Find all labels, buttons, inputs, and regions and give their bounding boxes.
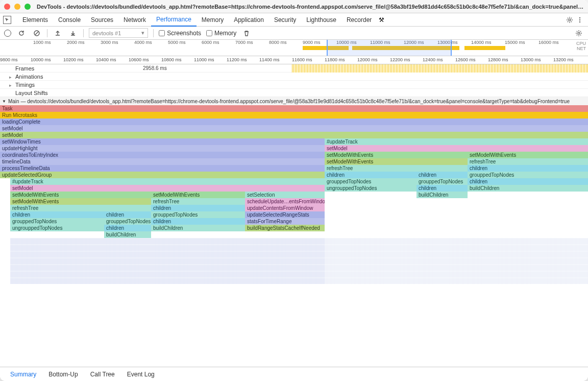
flame-block[interactable]: timelineData bbox=[0, 158, 325, 165]
flame-block[interactable]: children bbox=[416, 172, 468, 178]
tab-memory[interactable]: Memory bbox=[197, 13, 229, 27]
tab-console[interactable]: Console bbox=[53, 13, 86, 27]
flame-block[interactable]: refreshTree bbox=[468, 158, 588, 165]
svg-point-2 bbox=[579, 19, 580, 20]
flame-chart[interactable]: Task Run Microtasks loadingComplete setM… bbox=[0, 105, 588, 284]
flame-block[interactable]: ungrouppedTopNodes bbox=[10, 225, 104, 231]
flame-block[interactable]: setSelection bbox=[245, 192, 325, 198]
flame-block[interactable]: children bbox=[10, 211, 104, 218]
recording-selector[interactable]: devtools #1▾ bbox=[89, 28, 148, 38]
flame-block[interactable]: children bbox=[416, 185, 468, 192]
settings-icon[interactable] bbox=[565, 15, 575, 25]
flame-block[interactable]: setModelWithEvents bbox=[468, 152, 588, 158]
flame-block[interactable]: setModelWithEvents bbox=[325, 158, 468, 165]
flame-block[interactable]: updateContentsFromWindow bbox=[245, 205, 325, 211]
flame-block[interactable]: refreshTree bbox=[10, 205, 151, 211]
inspect-icon[interactable] bbox=[3, 16, 11, 24]
flame-block[interactable]: setModelWithEvents bbox=[325, 152, 468, 158]
flame-block[interactable]: updateSelectedGroup bbox=[0, 172, 325, 178]
tab-call-tree[interactable]: Call Tree bbox=[84, 367, 121, 382]
flame-block[interactable]: setModel bbox=[0, 132, 588, 138]
svg-point-0 bbox=[569, 19, 571, 21]
track-timings[interactable]: ▸Timings bbox=[0, 81, 588, 89]
timeline-ruler[interactable]: 9800 ms 10000 ms 10200 ms 10400 ms 10600… bbox=[0, 56, 588, 64]
flame-block[interactable]: updateHighlight bbox=[0, 145, 325, 152]
flame-block[interactable]: ungrouppedTopNodes bbox=[325, 185, 416, 192]
recording-selector-value: devtools #1 bbox=[92, 30, 121, 36]
flame-block[interactable]: buildRangeStatsCacheIfNeeded bbox=[245, 225, 325, 231]
tab-lighthouse[interactable]: Lighthouse bbox=[301, 13, 341, 27]
flame-block[interactable]: buildChildren bbox=[151, 225, 245, 231]
flame-block[interactable]: grouppedTopNodes bbox=[151, 211, 245, 218]
tab-application[interactable]: Application bbox=[229, 13, 269, 27]
flame-block[interactable]: buildChildren bbox=[104, 231, 151, 238]
minimize-button[interactable] bbox=[14, 4, 20, 10]
reload-record-button[interactable] bbox=[16, 28, 27, 38]
flame-block[interactable]: grouppedTopNodes bbox=[325, 178, 416, 185]
chevron-right-icon[interactable]: ▸ bbox=[9, 83, 12, 88]
flame-block[interactable]: updateSelectedRangeStats bbox=[245, 211, 325, 218]
flame-block[interactable]: children bbox=[104, 211, 151, 218]
close-button[interactable] bbox=[4, 4, 10, 10]
main-thread-header[interactable]: ▼ Main — devtools://devtools/bundled/dev… bbox=[0, 97, 588, 105]
flame-block[interactable]: children bbox=[468, 165, 588, 172]
flame-block[interactable]: children bbox=[151, 218, 245, 225]
tab-summary[interactable]: Summary bbox=[4, 367, 42, 382]
flame-task[interactable]: Task bbox=[0, 105, 588, 112]
flame-block[interactable]: buildChildren bbox=[416, 192, 468, 198]
upload-button[interactable] bbox=[53, 28, 63, 38]
flame-block[interactable]: setModelWithEvents bbox=[151, 192, 245, 198]
flame-block[interactable]: statsForTimeRange bbox=[245, 218, 325, 225]
experiment-icon: ⚒ bbox=[379, 16, 384, 23]
flame-block[interactable]: setModel bbox=[325, 145, 588, 152]
flame-block[interactable]: setModelWithEvents bbox=[10, 198, 151, 205]
flame-block[interactable]: children bbox=[151, 205, 245, 211]
chevron-right-icon[interactable]: ▸ bbox=[9, 75, 12, 80]
flame-block[interactable]: loadingComplete bbox=[0, 118, 588, 125]
tab-performance[interactable]: Performance bbox=[151, 13, 197, 27]
trash-button[interactable] bbox=[241, 28, 252, 38]
flame-block[interactable]: coordinatesToEntryIndex bbox=[0, 152, 325, 158]
tab-security[interactable]: Security bbox=[269, 13, 301, 27]
flame-block[interactable]: buildChildren bbox=[468, 185, 588, 192]
flame-block[interactable]: grouppedTopNodes bbox=[468, 172, 588, 178]
svg-point-3 bbox=[579, 21, 580, 22]
flame-block[interactable]: children bbox=[468, 178, 588, 185]
clear-button[interactable] bbox=[32, 28, 42, 38]
tab-bottom-up[interactable]: Bottom-Up bbox=[42, 367, 84, 382]
flame-block[interactable]: grouppedTopNodes bbox=[104, 218, 151, 225]
chevron-down-icon[interactable]: ▼ bbox=[2, 99, 6, 104]
flame-block[interactable]: refreshTree bbox=[151, 198, 245, 205]
tab-sources[interactable]: Sources bbox=[86, 13, 118, 27]
flame-block[interactable]: #updateTrack bbox=[10, 178, 325, 185]
overview-selection[interactable] bbox=[327, 40, 452, 56]
flame-block[interactable]: refreshTree bbox=[325, 165, 468, 172]
flame-block[interactable]: setModelWithEvents bbox=[10, 192, 151, 198]
memory-checkbox[interactable]: Memory bbox=[206, 30, 236, 37]
tab-recorder[interactable]: Recorder bbox=[341, 13, 377, 27]
overview-timeline[interactable]: 1000 ms 2000 ms 3000 ms 4000 ms 5000 ms … bbox=[0, 40, 588, 56]
flame-block[interactable]: grouppedTopNodes bbox=[10, 218, 104, 225]
flame-block[interactable]: scheduleUpdate…entsFromWindow bbox=[245, 198, 325, 205]
record-button[interactable] bbox=[4, 30, 11, 37]
zoom-button[interactable] bbox=[24, 4, 31, 10]
track-frames[interactable]: Frames 2958.6 ms bbox=[0, 64, 588, 73]
gear-icon[interactable] bbox=[574, 28, 584, 38]
flame-block[interactable]: children bbox=[104, 225, 151, 231]
flame-block[interactable]: #updateTrack bbox=[325, 138, 588, 145]
flame-block[interactable]: setModel bbox=[10, 185, 325, 192]
flame-block[interactable]: processTimelineData bbox=[0, 165, 325, 172]
flame-block[interactable]: grouppedTopNodes bbox=[416, 178, 468, 185]
flame-block[interactable]: setModel bbox=[0, 125, 588, 132]
more-icon[interactable] bbox=[575, 15, 585, 25]
flame-block[interactable]: children bbox=[325, 172, 416, 178]
track-animations[interactable]: ▸Animations bbox=[0, 73, 588, 81]
track-layout-shifts[interactable]: Layout Shifts bbox=[0, 89, 588, 97]
tab-elements[interactable]: Elements bbox=[17, 13, 53, 27]
screenshots-checkbox[interactable]: Screenshots bbox=[159, 30, 201, 37]
tab-event-log[interactable]: Event Log bbox=[121, 367, 161, 382]
tab-network[interactable]: Network bbox=[118, 13, 151, 27]
flame-microtasks[interactable]: Run Microtasks bbox=[0, 112, 588, 118]
flame-block[interactable]: setWindowTimes bbox=[0, 138, 325, 145]
download-button[interactable] bbox=[68, 28, 78, 38]
